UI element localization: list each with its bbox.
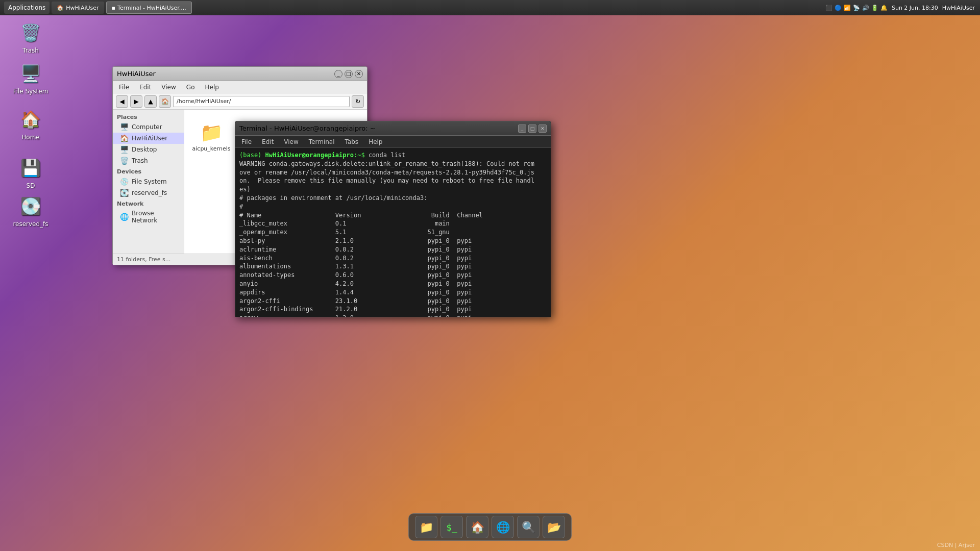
filesystem-label: File System [13, 88, 48, 95]
dock-browser-icon: 🌐 [496, 521, 510, 534]
aicpu-label: aicpu_kernels [192, 145, 231, 152]
term-line-header: # Name Version Build Channel [239, 211, 547, 220]
term-line-3: on. Please remove this file manually (yo… [239, 177, 547, 185]
trash-label: Trash [22, 47, 39, 54]
desktop-sidebar-label: Desktop [132, 146, 157, 153]
fm-minimize-btn[interactable]: _ [334, 70, 342, 78]
fm-status-text: 11 folders, Free s... [117, 256, 170, 263]
dock-terminal-icon: $_ [446, 522, 457, 533]
term-close-btn[interactable]: ✕ [538, 124, 547, 133]
filesystem-icon: 🖥️ [18, 61, 43, 86]
fm-toolbar: ◀ ▶ ▲ 🏠 /home/HwHiAiUser/ ↻ [113, 93, 367, 110]
term-line-absl: absl-py 2.1.0 pypi_0 pypi [239, 237, 547, 245]
reserved-fs-label: reserved_fs [13, 220, 48, 228]
fm-close-btn[interactable]: ✕ [355, 70, 363, 78]
fm-titlebar: HwHiAiUser _ □ ✕ [113, 67, 367, 81]
term-menu-terminal[interactable]: Terminal [307, 137, 337, 146]
username-label: HwHiAiUser [942, 5, 975, 11]
term-menu-file[interactable]: File [239, 137, 254, 146]
filesystem-sidebar-label: File System [132, 178, 167, 185]
dock-folder2[interactable]: 📂 [543, 516, 565, 538]
taskbar: Applications 🏠 HwHiAiUser ▪ Terminal - H… [0, 0, 980, 15]
fm-places-section: Places [113, 112, 184, 121]
term-menu-edit[interactable]: Edit [260, 137, 276, 146]
trash-icon: 🗑️ [18, 20, 43, 45]
bluetooth-icon: 🔵 [835, 5, 842, 11]
dock-home-folder[interactable]: 🏠 [466, 516, 488, 538]
term-menu-help[interactable]: Help [366, 137, 384, 146]
fm-forward-btn[interactable]: ▶ [130, 95, 142, 108]
term-line-arrow: arrow 1.3.0 pypi_0 pypi [239, 314, 547, 317]
taskbar-right: ⬛ 🔵 📶 📡 🔊 🔋 🔔 Sun 2 Jun, 18:30 HwHiAiUse… [820, 5, 980, 11]
applications-menu[interactable]: Applications [4, 2, 50, 14]
term-line-1: WARNING conda.gateways.disk.delete:unlin… [239, 160, 547, 168]
computer-sidebar-icon: 🖥️ [120, 123, 129, 131]
fm-sidebar-reserved[interactable]: 💽 reserved_fs [113, 187, 184, 198]
desktop-icon-trash[interactable]: 🗑️ Trash [10, 20, 51, 54]
term-line-openmp: _openmp_mutex 5.1 51_gnu [239, 228, 547, 237]
bottom-dock: 📁 $_ 🏠 🌐 🔍 📂 [408, 513, 572, 541]
fm-address-text: /home/HwHiAiUser/ [177, 98, 231, 105]
fm-sidebar-desktop[interactable]: 🖥️ Desktop [113, 144, 184, 155]
fm-file-aicpu[interactable]: 📁 aicpu_kernels [188, 114, 234, 160]
term-titlebar: Terminal - HwHiAiUser@orangepiaipro: ~ _… [235, 121, 551, 136]
fm-sidebar-hwhi[interactable]: 🏠 HwHiAiUser [113, 133, 184, 144]
fm-back-btn[interactable]: ◀ [116, 95, 128, 108]
fm-sidebar-browse-network[interactable]: 🌐 Browse Network [113, 208, 184, 226]
dock-folder2-icon: 📂 [547, 521, 561, 534]
battery-icon: 🔋 [871, 5, 878, 11]
dock-search[interactable]: 🔍 [517, 516, 540, 538]
home-icon: 🏠 [18, 107, 43, 132]
fm-sidebar-trash[interactable]: 🗑️ Trash [113, 155, 184, 166]
desktop-icon-reserved-fs[interactable]: 💽 reserved_fs [10, 194, 51, 228]
dock-files-icon: 📁 [420, 521, 433, 534]
datetime-label: Sun 2 Jun, 18:30 [892, 5, 938, 11]
reserved-fs-icon: 💽 [18, 194, 43, 218]
term-line-ais: ais-bench 0.0.2 pypi_0 pypi [239, 254, 547, 263]
taskbar-icons: ⬛ 🔵 📶 📡 🔊 🔋 🔔 [825, 5, 888, 11]
desktop-icon-filesystem[interactable]: 🖥️ File System [10, 61, 51, 95]
dock-terminal[interactable]: $_ [440, 516, 463, 538]
term-menu-tabs[interactable]: Tabs [343, 137, 361, 146]
fm-menu-edit[interactable]: Edit [137, 83, 153, 92]
fm-menu-go[interactable]: Go [184, 83, 197, 92]
taskbar-window-file-manager[interactable]: 🏠 HwHiAiUser [52, 2, 104, 14]
aicpu-folder-icon: 📁 [200, 122, 223, 143]
hwhi-sidebar-label: HwHiAiUser [132, 135, 167, 142]
fm-titlebar-buttons: _ □ ✕ [334, 70, 363, 78]
fm-menu-help[interactable]: Help [203, 83, 220, 92]
fm-menu-view[interactable]: View [159, 83, 178, 92]
fm-address-bar[interactable]: /home/HwHiAiUser/ [173, 96, 350, 107]
network-sidebar-icon: 🌐 [120, 213, 129, 221]
fm-home-btn[interactable]: 🏠 [159, 95, 171, 108]
term-menu-view[interactable]: View [282, 137, 300, 146]
volume-icon: 🔊 [862, 5, 869, 11]
term-body[interactable]: (base) HwHiAiUser@orangepiaipro:~$ conda… [235, 148, 551, 317]
fm-maximize-btn[interactable]: □ [345, 70, 353, 78]
sd-label: SD [27, 182, 35, 189]
corner-text: CSDN | Arjser [937, 542, 975, 548]
term-maximize-btn[interactable]: □ [528, 124, 536, 133]
term-line-album: albumentations 1.3.1 pypi_0 pypi [239, 262, 547, 271]
term-line-libgcc: _libgcc_mutex 0.1 main [239, 219, 547, 228]
filesystem-sidebar-icon: 💿 [120, 178, 129, 186]
window-term-label: Terminal - HwHiAiUser.... [117, 5, 186, 11]
trash-sidebar-label: Trash [132, 157, 148, 164]
terminal-window: Terminal - HwHiAiUser@orangepiaipro: ~ _… [235, 121, 551, 317]
fm-sidebar-computer[interactable]: 🖥️ Computer [113, 121, 184, 133]
taskbar-window-terminal[interactable]: ▪ Terminal - HwHiAiUser.... [106, 2, 192, 14]
dock-files[interactable]: 📁 [415, 516, 437, 538]
term-line-argon2: argon2-cffi 23.1.0 pypi_0 pypi [239, 297, 547, 306]
desktop-icon-home[interactable]: 🏠 Home [10, 107, 51, 141]
fm-refresh-btn[interactable]: ↻ [352, 95, 364, 108]
fm-menu-file[interactable]: File [117, 83, 131, 92]
term-line-annot: annotated-types 0.6.0 pypi_0 pypi [239, 271, 547, 280]
term-minimize-btn[interactable]: _ [518, 124, 526, 133]
fm-sidebar-filesystem[interactable]: 💿 File System [113, 176, 184, 187]
dock-browser[interactable]: 🌐 [492, 516, 514, 538]
fm-up-btn[interactable]: ▲ [144, 95, 157, 108]
fm-devices-section: Devices [113, 166, 184, 176]
home-sidebar-icon: 🏠 [120, 134, 129, 142]
window-fm-label: HwHiAiUser [66, 5, 99, 11]
desktop-icon-sd[interactable]: 💾 SD [10, 156, 51, 189]
